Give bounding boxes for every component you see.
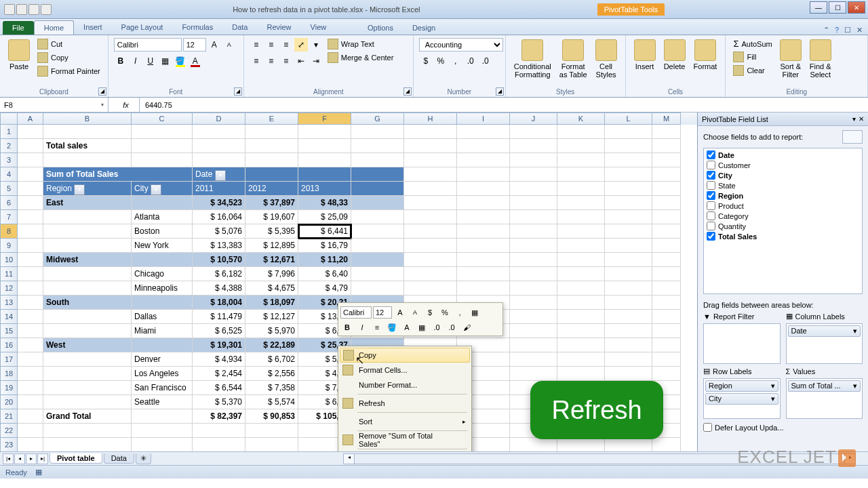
mini-comma-icon[interactable]: ,	[453, 306, 467, 319]
report-filter-area[interactable]	[703, 323, 781, 364]
align-left-icon[interactable]: ≡	[250, 54, 263, 68]
area-item-date[interactable]: Date▾	[788, 325, 861, 337]
name-box[interactable]: F8	[0, 98, 108, 112]
new-sheet-tab[interactable]: ✳	[136, 453, 151, 464]
align-right-icon[interactable]: ≡	[279, 54, 293, 68]
align-middle-icon[interactable]: ≡	[264, 38, 278, 52]
close-button[interactable]: ✕	[848, 1, 865, 14]
defer-checkbox[interactable]	[703, 423, 712, 432]
field-total-sales[interactable]: Total Sales	[705, 231, 861, 241]
redo-icon[interactable]	[41, 4, 52, 15]
menu-refresh[interactable]: Refresh	[340, 396, 470, 411]
col-header-H[interactable]: H	[404, 113, 457, 125]
copy-button[interactable]: Copy	[35, 52, 102, 64]
align-top-icon[interactable]: ≡	[250, 38, 263, 52]
fx-icon[interactable]: fx	[123, 101, 129, 109]
field-category[interactable]: Category	[705, 211, 861, 221]
city-filter-icon[interactable]: ▾	[151, 184, 161, 195]
underline-button[interactable]: U	[144, 54, 157, 68]
increase-indent-icon[interactable]: ⇥	[309, 54, 323, 68]
values-area[interactable]: Sum of Total ...▾	[786, 378, 863, 419]
macro-icon[interactable]: ▦	[35, 468, 42, 476]
col-header-M[interactable]: M	[652, 113, 681, 125]
field-region[interactable]: Region	[705, 190, 861, 201]
field-customer[interactable]: Customer	[705, 160, 861, 170]
col-header-D[interactable]: D	[193, 113, 245, 125]
area-item-city[interactable]: City▾	[705, 393, 778, 405]
row-header-7[interactable]: 7	[0, 210, 18, 224]
font-color-button[interactable]: A	[189, 54, 202, 68]
mini-shrink-icon[interactable]: A	[408, 306, 422, 319]
row-header-20[interactable]: 20	[0, 395, 18, 409]
row-header-18[interactable]: 18	[0, 367, 18, 381]
tab-nav-button[interactable]: |◂	[3, 453, 14, 464]
find-select-button[interactable]: Find & Select	[807, 38, 834, 87]
row-header-17[interactable]: 17	[0, 352, 18, 367]
row-header-5[interactable]: 5	[0, 182, 18, 196]
row-header-15[interactable]: 15	[0, 324, 18, 338]
row-header-3[interactable]: 3	[0, 153, 18, 167]
mini-format-painter-icon[interactable]: 🖌	[460, 321, 473, 334]
row-header-22[interactable]: 22	[0, 424, 18, 438]
comma-button[interactable]: ,	[449, 54, 462, 68]
mini-border-icon[interactable]: ▦	[415, 321, 429, 334]
tab-design[interactable]: Design	[403, 21, 445, 35]
menu-sort[interactable]: Sort▸	[340, 414, 470, 429]
field-list-close-icon[interactable]: ✕	[859, 115, 864, 123]
column-labels-area[interactable]: Date▾	[786, 323, 863, 364]
mini-grow-icon[interactable]: A	[393, 306, 407, 319]
bold-button[interactable]: B	[114, 54, 127, 68]
mini-font-color-icon[interactable]: A	[400, 321, 414, 334]
sheet-tab-pivot-table[interactable]: Pivot table	[50, 453, 102, 464]
worksheet-grid[interactable]: ABCDEFGHIJKLM 12345678910111213141516171…	[0, 113, 697, 451]
minimize-ribbon-icon[interactable]: ⌃	[823, 26, 829, 35]
orientation-dropdown[interactable]: ▾	[309, 38, 323, 52]
mini-font-combo[interactable]	[340, 306, 372, 319]
row-header-4[interactable]: 4	[0, 167, 18, 182]
tab-nav-button[interactable]: ◂	[14, 453, 25, 464]
menu-format-cells-[interactable]: Format Cells...	[340, 363, 470, 378]
delete-cells-button[interactable]: Delete	[661, 38, 688, 87]
tab-nav-button[interactable]: ▸|	[37, 453, 48, 464]
paste-button[interactable]: Paste	[5, 38, 33, 87]
menu-number-format-[interactable]: Number Format...	[340, 378, 470, 392]
mini-size-combo[interactable]	[373, 306, 392, 319]
wrap-text-button[interactable]: Wrap Text	[326, 38, 396, 50]
field-date[interactable]: Date	[705, 150, 861, 160]
row-header-6[interactable]: 6	[0, 196, 18, 210]
col-header-A[interactable]: A	[18, 113, 43, 125]
mini-italic-icon[interactable]: I	[355, 321, 369, 334]
merge-center-button[interactable]: Merge & Center	[326, 52, 396, 64]
row-header-14[interactable]: 14	[0, 310, 18, 324]
field-list-dropdown-icon[interactable]: ▾	[852, 115, 856, 123]
tab-home[interactable]: Home	[34, 20, 74, 35]
layout-button[interactable]	[842, 130, 863, 144]
row-header-23[interactable]: 23	[0, 438, 18, 451]
font-name-combo[interactable]	[114, 38, 182, 52]
mini-inc-decimal-icon[interactable]: .0	[430, 321, 443, 334]
region-filter-icon[interactable]: ▾	[74, 184, 85, 195]
cell-styles-button[interactable]: Cell Styles	[593, 38, 620, 87]
clear-button[interactable]: Clear	[731, 64, 774, 77]
field-city[interactable]: City	[705, 170, 861, 180]
date-filter-icon[interactable]: ▾	[215, 170, 226, 181]
menu-copy[interactable]: Copy	[340, 348, 470, 363]
tab-review[interactable]: Review	[257, 20, 300, 35]
row-labels-area[interactable]: Region▾City▾	[703, 378, 781, 419]
file-tab[interactable]: File	[3, 21, 34, 35]
sheet-tab-data[interactable]: Data	[104, 453, 134, 464]
format-cells-button[interactable]: Format	[691, 38, 720, 87]
area-item-sum-of-total-[interactable]: Sum of Total ...▾	[788, 380, 861, 392]
row-header-10[interactable]: 10	[0, 253, 18, 267]
col-header-E[interactable]: E	[245, 113, 298, 125]
alignment-launcher[interactable]: ◢	[403, 87, 412, 96]
decrease-indent-icon[interactable]: ⇤	[294, 54, 308, 68]
tab-data[interactable]: Data	[222, 20, 257, 35]
orientation-icon[interactable]: ⤢	[294, 38, 308, 52]
mini-center-icon[interactable]: ≡	[370, 321, 384, 334]
col-header-B[interactable]: B	[43, 113, 132, 125]
save-icon[interactable]	[16, 4, 27, 15]
select-all-corner[interactable]	[0, 113, 18, 125]
tab-nav-button[interactable]: ▸	[26, 453, 37, 464]
tab-page-layout[interactable]: Page Layout	[112, 20, 173, 35]
